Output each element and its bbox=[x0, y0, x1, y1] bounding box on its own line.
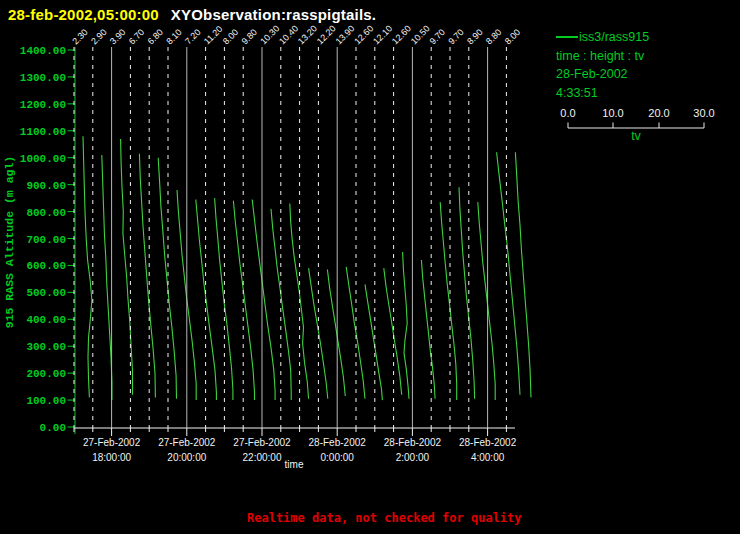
legend-time: 4:33:51 bbox=[556, 84, 740, 103]
profile-top-value-label: 8.00 bbox=[503, 27, 522, 46]
profile-top-value-label: 8.80 bbox=[484, 27, 503, 46]
y-tick-label: 1200.00 bbox=[20, 99, 66, 111]
y-tick-label: 800.00 bbox=[26, 207, 66, 219]
temperature-profile-trace bbox=[215, 198, 233, 400]
pigtails-plot: 0.00100.00200.00300.00400.00500.00600.00… bbox=[0, 0, 556, 500]
legend-line-sample-icon bbox=[556, 36, 578, 38]
profile-top-value-label: 13.90 bbox=[334, 23, 357, 46]
x-tick-time-label: 4:00:00 bbox=[471, 452, 505, 463]
x-tick-date-label: 27-Feb-2002 bbox=[158, 437, 216, 448]
x-axis-title: time bbox=[285, 459, 304, 470]
profile-top-value-label: 8.90 bbox=[465, 27, 484, 46]
tv-scale: 0.0 10.0 20.0 30.0 tv bbox=[556, 107, 726, 145]
realtime-warning: Realtime data, not checked for quality bbox=[247, 511, 522, 525]
temperature-profile-trace bbox=[158, 158, 176, 399]
temperature-profile-trace bbox=[478, 202, 495, 400]
profile-top-value-label: 6.70 bbox=[127, 27, 146, 46]
tv-scale-tick-label: 0.0 bbox=[560, 107, 575, 119]
y-tick-label: 500.00 bbox=[26, 287, 66, 299]
temperature-profile-trace bbox=[309, 268, 328, 399]
rass-display-window: { "titlebar": { "timestamp": "28-feb-200… bbox=[0, 0, 740, 534]
profile-top-value-label: 7.20 bbox=[183, 27, 202, 46]
profile-top-value-label: 10.30 bbox=[258, 23, 281, 46]
legend-date: 28-Feb-2002 bbox=[556, 65, 740, 84]
x-tick-time-label: 22:00:00 bbox=[243, 452, 282, 463]
y-tick-label: 1400.00 bbox=[20, 45, 66, 57]
legend-series-row: iss3/rass915 bbox=[556, 28, 740, 47]
temperature-profile-trace bbox=[139, 154, 155, 398]
temperature-profile-trace bbox=[384, 268, 402, 395]
temperature-profile-trace bbox=[233, 201, 254, 400]
profile-top-value-label: 11.20 bbox=[202, 24, 225, 47]
tv-scale-tick-label: 10.0 bbox=[602, 107, 623, 119]
y-tick-label: 200.00 bbox=[26, 368, 66, 380]
profile-top-value-label: 2.30 bbox=[70, 27, 89, 46]
tv-scale-tick-label: 20.0 bbox=[648, 107, 669, 119]
y-tick-label: 600.00 bbox=[26, 260, 66, 272]
tv-scale-axis-label: tv bbox=[631, 129, 641, 143]
temperature-profile-trace bbox=[421, 260, 435, 399]
y-tick-label: 100.00 bbox=[26, 395, 66, 407]
temperature-profile-trace bbox=[440, 202, 457, 400]
temperature-profile-trace bbox=[365, 284, 382, 400]
profile-top-value-label: 13.20 bbox=[296, 23, 319, 46]
temperature-profile-trace bbox=[327, 270, 345, 397]
x-tick-time-label: 2:00:00 bbox=[396, 452, 430, 463]
x-tick-date-label: 27-Feb-2002 bbox=[233, 437, 291, 448]
profile-top-value-label: 12.60 bbox=[390, 23, 413, 46]
temperature-profile-trace bbox=[102, 155, 112, 400]
y-axis-title: 915 RASS Altitude (m agl) bbox=[3, 156, 16, 329]
legend-panel: iss3/rass915 time : height : tv 28-Feb-2… bbox=[556, 28, 740, 102]
temperature-profile-trace bbox=[346, 267, 365, 399]
profile-top-value-label: 12.20 bbox=[315, 23, 338, 46]
profile-top-value-label: 9.80 bbox=[240, 27, 259, 46]
x-tick-date-label: 28-Feb-2002 bbox=[309, 437, 367, 448]
y-tick-label: 900.00 bbox=[26, 180, 66, 192]
x-tick-time-label: 0:00:00 bbox=[321, 452, 355, 463]
temperature-profile-trace bbox=[252, 200, 275, 401]
profile-top-value-label: 12.10 bbox=[371, 23, 394, 46]
y-tick-label: 0.00 bbox=[40, 422, 66, 434]
x-tick-date-label: 28-Feb-2002 bbox=[459, 437, 517, 448]
profile-top-value-label: 8.00 bbox=[221, 27, 240, 46]
legend-series-name: iss3/rass915 bbox=[579, 30, 649, 44]
x-tick-time-label: 18:00:00 bbox=[92, 452, 131, 463]
y-tick-label: 400.00 bbox=[26, 314, 66, 326]
x-tick-date-label: 28-Feb-2002 bbox=[384, 437, 442, 448]
y-tick-label: 1300.00 bbox=[20, 72, 66, 84]
temperature-profile-trace bbox=[83, 136, 92, 397]
x-tick-time-label: 20:00:00 bbox=[167, 452, 206, 463]
profile-top-value-label: 10.50 bbox=[409, 23, 432, 46]
temperature-profile-trace bbox=[497, 152, 520, 394]
y-tick-label: 700.00 bbox=[26, 234, 66, 246]
profile-top-value-label: 3.90 bbox=[108, 27, 127, 46]
profile-top-value-label: 12.60 bbox=[352, 23, 375, 46]
temperature-profile-trace bbox=[459, 187, 475, 398]
profile-top-value-label: 8.10 bbox=[164, 27, 183, 46]
profile-top-value-label: 2.90 bbox=[89, 27, 108, 46]
profile-top-value-label: 6.80 bbox=[146, 27, 165, 46]
tv-scale-tick-label: 30.0 bbox=[693, 107, 714, 119]
profile-top-value-label: 9.70 bbox=[446, 27, 465, 46]
legend-fields: time : height : tv bbox=[556, 47, 740, 66]
x-tick-date-label: 27-Feb-2002 bbox=[83, 437, 141, 448]
y-tick-label: 1000.00 bbox=[20, 153, 66, 165]
temperature-profile-trace bbox=[403, 252, 409, 399]
y-tick-label: 300.00 bbox=[26, 341, 66, 353]
y-tick-label: 1100.00 bbox=[20, 126, 66, 138]
profile-top-value-label: 10.40 bbox=[277, 23, 300, 46]
